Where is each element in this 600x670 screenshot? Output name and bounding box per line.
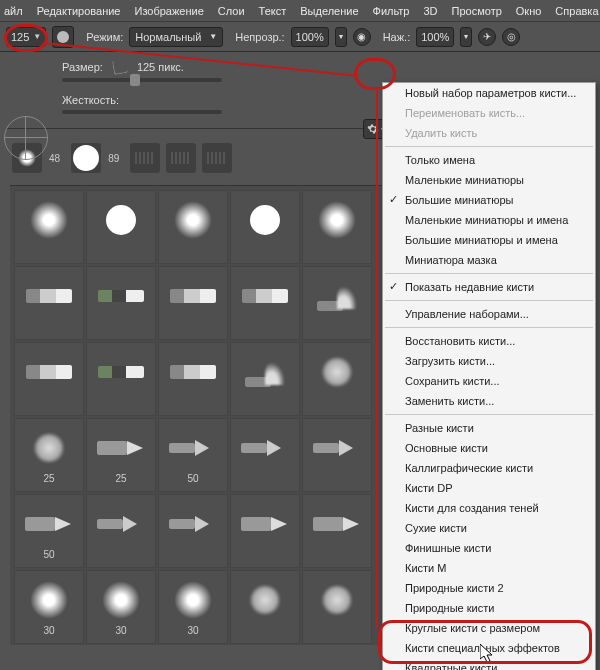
brush-preset-cell[interactable] (86, 494, 156, 568)
menu-item[interactable]: Заменить кисти... (383, 391, 595, 411)
menu-3d[interactable]: 3D (423, 5, 437, 17)
brush-shape-icon (98, 366, 144, 378)
menu-layers[interactable]: Слои (218, 5, 245, 17)
slider-thumb[interactable] (130, 74, 140, 86)
recent-brush-item[interactable] (130, 143, 160, 173)
brush-preset-cell[interactable] (86, 342, 156, 416)
blend-mode-select[interactable]: Нормальный ▼ (129, 27, 223, 47)
menu-item[interactable]: Новый набор параметров кисти... (383, 83, 595, 103)
recent-brush-item[interactable] (166, 143, 196, 173)
brush-size-number: 50 (187, 473, 198, 484)
brush-size-number: 30 (187, 625, 198, 636)
brush-preset-cell[interactable]: 50 (158, 418, 228, 492)
brush-preset-cell[interactable]: 30 (86, 570, 156, 644)
brush-preset-cell[interactable] (86, 266, 156, 340)
brush-shape-icon (30, 581, 68, 619)
airbrush-icon[interactable]: ✈ (478, 28, 496, 46)
brush-preset-cell[interactable]: 50 (14, 494, 84, 568)
menu-item[interactable]: Миниатюра мазка (383, 250, 595, 270)
brush-preset-cell[interactable] (158, 266, 228, 340)
brush-shape-icon (250, 205, 280, 235)
brush-preset-cell[interactable] (230, 570, 300, 644)
brush-shape-icon (320, 585, 354, 615)
menu-item: Переименовать кисть... (383, 103, 595, 123)
menu-item[interactable]: Каллиграфические кисти (383, 458, 595, 478)
brush-preset-cell[interactable] (302, 570, 372, 644)
size-slider[interactable] (62, 78, 222, 82)
menu-item[interactable]: Разные кисти (383, 418, 595, 438)
brush-preset-cell[interactable] (302, 266, 372, 340)
menu-select[interactable]: Выделение (300, 5, 358, 17)
brush-preset-cell[interactable] (230, 342, 300, 416)
brush-shape-icon (318, 201, 356, 239)
brush-preset-cell[interactable] (86, 190, 156, 264)
reset-size-icon[interactable] (112, 59, 128, 75)
flow-arrow-button[interactable]: ▾ (460, 27, 472, 47)
menu-item[interactable]: Маленькие миниатюры (383, 170, 595, 190)
brush-shape-icon (32, 433, 66, 463)
opacity-field[interactable]: 100% (291, 27, 329, 47)
brush-preset-cell[interactable] (302, 494, 372, 568)
menu-item[interactable]: Большие миниатюры (383, 190, 595, 210)
menu-item[interactable]: Загрузить кисти... (383, 351, 595, 371)
menu-item[interactable]: Сухие кисти (383, 518, 595, 538)
menu-text[interactable]: Текст (259, 5, 287, 17)
menu-item[interactable]: Управление наборами... (383, 304, 595, 324)
menu-help[interactable]: Справка (555, 5, 598, 17)
menu-item[interactable]: Сохранить кисти... (383, 371, 595, 391)
menu-image[interactable]: Изображение (134, 5, 203, 17)
menu-edit[interactable]: Редактирование (37, 5, 121, 17)
brush-preset-cell[interactable] (14, 190, 84, 264)
menu-item[interactable]: Финишные кисти (383, 538, 595, 558)
menu-view[interactable]: Просмотр (452, 5, 502, 17)
brush-preset-cell[interactable] (158, 190, 228, 264)
flow-field[interactable]: 100% (416, 27, 454, 47)
opacity-arrow-button[interactable]: ▾ (335, 27, 347, 47)
brush-size-number: 25 (43, 473, 54, 484)
brush-size-control[interactable]: 125 ▼ (6, 27, 46, 47)
brush-preset-cell[interactable]: 25 (14, 418, 84, 492)
menu-item[interactable]: Основные кисти (383, 438, 595, 458)
menu-separator (385, 146, 593, 147)
brush-preset-cell[interactable] (302, 418, 372, 492)
menu-item[interactable]: Природные кисти 2 (383, 578, 595, 598)
menu-file[interactable]: айл (4, 5, 23, 17)
menu-item[interactable]: Круглые кисти с размером (383, 618, 595, 638)
brush-preset-cell[interactable] (14, 342, 84, 416)
brush-preset-cell[interactable] (230, 418, 300, 492)
brush-angle-control[interactable] (4, 116, 48, 160)
brush-preset-cell[interactable] (14, 266, 84, 340)
tablet-size-icon[interactable]: ◎ (502, 28, 520, 46)
tablet-opacity-icon[interactable]: ◉ (353, 28, 371, 46)
menu-item[interactable]: Природные кисти (383, 598, 595, 618)
brush-shape-icon (170, 289, 216, 303)
menu-item[interactable]: Кисти для создания теней (383, 498, 595, 518)
brush-preset-cell[interactable] (158, 342, 228, 416)
brush-preset-cell[interactable] (302, 342, 372, 416)
menu-item[interactable]: Показать недавние кисти (383, 277, 595, 297)
menu-item[interactable]: Восстановить кисти... (383, 331, 595, 351)
main-menubar[interactable]: айл Редактирование Изображение Слои Текс… (0, 0, 600, 22)
menu-item: Удалить кисть (383, 123, 595, 143)
recent-brush-item[interactable] (202, 143, 232, 173)
brush-shape-icon (97, 516, 145, 532)
brush-preset-cell[interactable] (158, 494, 228, 568)
brush-preset-cell[interactable]: 25 (86, 418, 156, 492)
brush-preset-cell[interactable] (230, 190, 300, 264)
brush-preset-cell[interactable]: 30 (14, 570, 84, 644)
recent-brush-item[interactable] (71, 143, 101, 173)
brush-preset-cell[interactable] (230, 494, 300, 568)
menu-item[interactable]: Большие миниатюры и имена (383, 230, 595, 250)
menu-window[interactable]: Окно (516, 5, 542, 17)
menu-item[interactable]: Маленькие миниатюры и имена (383, 210, 595, 230)
menu-filter[interactable]: Фильтр (373, 5, 410, 17)
menu-item[interactable]: Кисти M (383, 558, 595, 578)
menu-item[interactable]: Кисти DP (383, 478, 595, 498)
brush-preview-button[interactable] (52, 26, 74, 48)
brush-size-number: 30 (43, 625, 54, 636)
brush-preset-cell[interactable] (230, 266, 300, 340)
menu-item[interactable]: Только имена (383, 150, 595, 170)
brush-preset-cell[interactable] (302, 190, 372, 264)
brush-preset-cell[interactable]: 30 (158, 570, 228, 644)
hardness-slider[interactable] (62, 110, 222, 114)
